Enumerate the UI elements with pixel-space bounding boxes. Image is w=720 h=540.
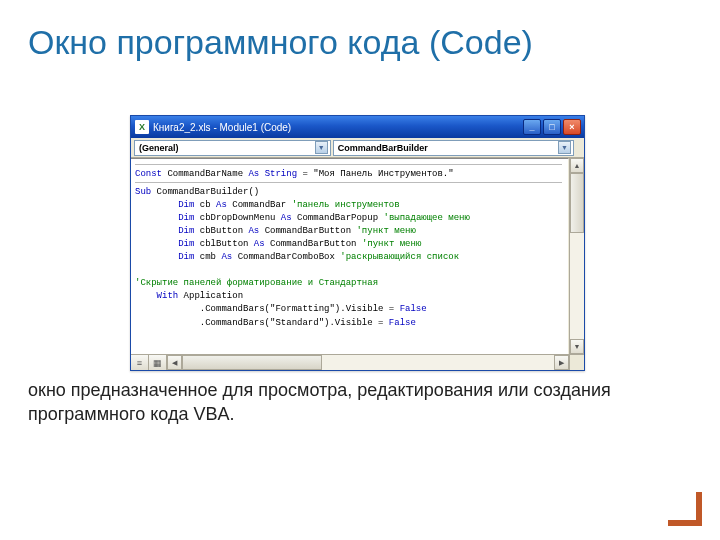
resize-grip[interactable] [569, 355, 584, 370]
scroll-down-button[interactable]: ▼ [570, 339, 584, 354]
window-title: Книга2_2.xls - Module1 (Code) [153, 122, 521, 133]
scroll-thumb-h[interactable] [182, 355, 322, 370]
chevron-down-icon: ▼ [315, 141, 328, 154]
horizontal-scrollbar[interactable]: ◀ ▶ [167, 355, 569, 370]
scroll-right-button[interactable]: ▶ [554, 355, 569, 370]
vertical-scrollbar[interactable]: ▲ ▼ [569, 158, 584, 354]
procedure-view-button[interactable]: ≡ [131, 355, 149, 370]
procedure-dropdown[interactable]: CommandBarBuilder ▼ [333, 140, 574, 156]
slide-description: окно предназначенное для просмотра, реда… [28, 378, 668, 427]
chevron-down-icon: ▼ [558, 141, 571, 154]
titlebar: X Книга2_2.xls - Module1 (Code) _ □ × [131, 116, 584, 138]
maximize-button[interactable]: □ [543, 119, 561, 135]
excel-icon: X [135, 120, 149, 134]
scroll-up-button[interactable]: ▲ [570, 158, 584, 173]
corner-decoration [668, 492, 702, 526]
object-dropdown[interactable]: (General) ▼ [134, 140, 331, 156]
code-area: Const CommandBarName As String = "Моя Па… [131, 158, 584, 354]
code-window: X Книга2_2.xls - Module1 (Code) _ □ × (G… [130, 115, 585, 371]
procedure-dropdown-value: CommandBarBuilder [338, 143, 428, 153]
scroll-track-v[interactable] [570, 173, 584, 339]
object-proc-bar: (General) ▼ CommandBarBuilder ▼ [131, 138, 584, 158]
close-button[interactable]: × [563, 119, 581, 135]
object-dropdown-value: (General) [139, 143, 179, 153]
full-module-view-button[interactable]: ▦ [149, 355, 167, 370]
minimize-button[interactable]: _ [523, 119, 541, 135]
code-editor[interactable]: Const CommandBarName As String = "Моя Па… [131, 158, 569, 354]
scroll-left-button[interactable]: ◀ [167, 355, 182, 370]
bottom-strip: ≡ ▦ ◀ ▶ [131, 354, 584, 370]
slide-title: Окно программного кода (Code) [0, 0, 720, 63]
scroll-thumb-v[interactable] [570, 173, 584, 233]
scroll-track-h[interactable] [182, 355, 554, 370]
